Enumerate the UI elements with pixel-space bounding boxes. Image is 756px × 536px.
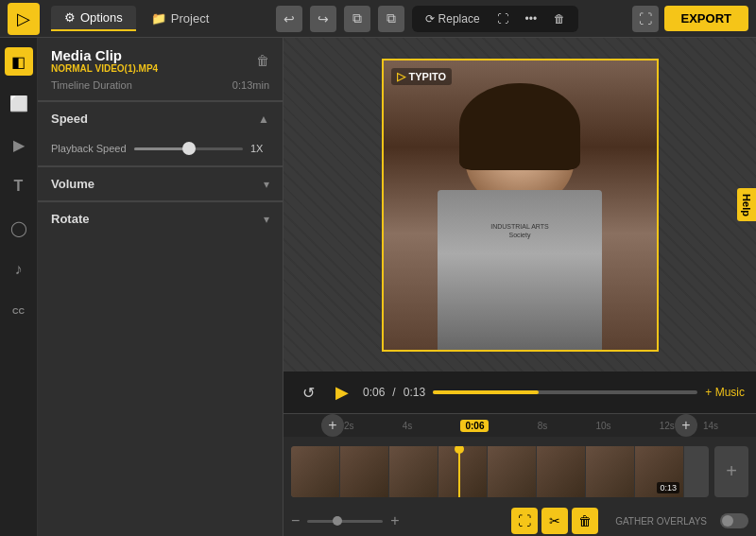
sidebar-item-media[interactable]: ⬜ <box>5 89 33 117</box>
paste-button[interactable]: ⧉ <box>378 6 404 32</box>
panel-subtitle: NORMAL VIDEO(1).MP4 <box>51 63 158 74</box>
panel-header: Media Clip NORMAL VIDEO(1).MP4 🗑 <box>38 38 283 79</box>
sidebar-item-shapes[interactable]: ◯ <box>5 214 33 242</box>
tab-options[interactable]: ⚙ Options <box>51 6 136 31</box>
zoom-slider-thumb <box>333 516 342 526</box>
copy-button[interactable]: ⧉ <box>344 6 370 32</box>
speed-slider-fill <box>134 147 189 150</box>
more-button[interactable]: ••• <box>520 9 543 28</box>
video-controls: ↺ ▶ 0:06 / 0:13 + Music <box>284 372 756 413</box>
export-button[interactable]: EXPORT <box>664 6 748 31</box>
timeline-actions: ⛶ ✂ 🗑 <box>511 508 598 534</box>
ruler-10s: 10s <box>595 421 610 431</box>
replace-label: Replace <box>438 12 480 26</box>
speed-slider-thumb[interactable] <box>182 142 196 155</box>
undo-button[interactable]: ↩ <box>276 6 302 32</box>
ruler-14s: 14s <box>703 421 718 431</box>
sidebar-item-layers[interactable]: ◧ <box>5 47 33 76</box>
clip-frame-inner-4 <box>438 446 487 497</box>
gather-toggle-thumb <box>722 515 733 527</box>
shirt-text: INDUSTRIAL ARTSSociety <box>455 222 586 239</box>
time-separator: / <box>392 386 395 399</box>
ruler-12s: 12s <box>660 421 675 431</box>
timeline-delete-button[interactable]: 🗑 <box>572 508 598 534</box>
project-tab-icon: 📁 <box>151 11 166 26</box>
clip-frame-inner-1 <box>291 446 339 497</box>
rotate-section-header[interactable]: Rotate ▾ <box>38 201 283 235</box>
more-icon: ••• <box>525 12 538 26</box>
timeline-clip[interactable]: 0:13 <box>291 446 684 497</box>
rotate-chevron-icon: ▾ <box>264 213 269 226</box>
timeline-duration-label: Timeline Duration <box>51 79 132 91</box>
playback-speed-row: Playback Speed 1X <box>51 143 269 154</box>
top-bar-right: ⛶ EXPORT <box>632 6 748 32</box>
ruler-2s: 2s <box>344 421 354 431</box>
options-tab-label: Options <box>80 10 123 25</box>
person-shirt: INDUSTRIAL ARTSSociety <box>438 190 601 349</box>
replace-icon: ⟳ <box>425 12 435 26</box>
delete-floating-button[interactable]: 🗑 <box>548 9 571 28</box>
video-watermark: ▷ TYPITO <box>391 68 453 85</box>
timeline-add-clip-button[interactable]: + <box>714 446 748 497</box>
play-button[interactable]: ▶ <box>329 379 355 406</box>
timeline-add-left-button[interactable]: + <box>321 414 344 437</box>
clip-frame-6 <box>537 446 586 497</box>
video-canvas: INDUSTRIAL ARTSSociety ▷ TYPITO Help <box>284 38 756 372</box>
video-frame: INDUSTRIAL ARTSSociety ▷ TYPITO <box>382 59 659 352</box>
gather-overlays-toggle[interactable] <box>720 513 748 528</box>
volume-chevron-icon: ▾ <box>264 178 269 191</box>
clip-frame-2 <box>340 446 389 497</box>
clip-frame-3 <box>389 446 438 497</box>
progress-bar[interactable] <box>433 390 697 394</box>
main-content: ◧ ⬜ ▶ T ◯ ♪ CC Media Clip NORMAL VIDEO(1… <box>0 38 756 536</box>
total-time: 0:13 <box>404 386 425 399</box>
timeline-duration-value: 0:13min <box>232 79 269 91</box>
timeline-split-button[interactable]: ✂ <box>541 508 568 534</box>
sidebar-item-captions[interactable]: CC <box>5 297 33 325</box>
timeline-track: 0:13 <box>291 446 709 497</box>
rotate-section-title: Rotate <box>51 212 89 226</box>
speed-section-header[interactable]: Speed ▲ <box>38 101 283 135</box>
speed-slider[interactable] <box>134 147 243 150</box>
timeline-track-area: 0:13 + <box>284 437 756 506</box>
progress-fill <box>433 390 539 394</box>
timeline-area: + 2s 4s 0:06 8s 10s 12s + 14s <box>284 413 756 536</box>
floating-toolbar: ⟳ Replace ⛶ ••• 🗑 <box>412 6 579 32</box>
project-tab-label: Project <box>171 11 209 26</box>
sidebar-item-text[interactable]: T <box>5 172 33 200</box>
volume-section-header[interactable]: Volume ▾ <box>38 166 283 200</box>
maximize-button[interactable]: ⛶ <box>632 6 659 32</box>
help-button[interactable]: Help <box>737 188 756 222</box>
sidebar-item-video[interactable]: ▶ <box>5 130 33 159</box>
redo-button[interactable]: ↪ <box>310 6 336 32</box>
timeline-playhead[interactable] <box>458 446 460 497</box>
timeline-crop-button[interactable]: ⛶ <box>511 508 538 534</box>
crop-button[interactable]: ⛶ <box>491 9 514 28</box>
watermark-text: TYPITO <box>409 71 447 82</box>
person-hair <box>459 83 579 170</box>
ruler-4s: 4s <box>403 421 413 431</box>
replace-button[interactable]: ⟳ Replace <box>420 9 486 28</box>
speed-value-display: 1X <box>250 143 269 154</box>
zoom-slider[interactable] <box>307 520 383 523</box>
restart-button[interactable]: ↺ <box>295 379 321 406</box>
zoom-in-button[interactable]: + <box>390 512 399 529</box>
clip-frame-inner-6 <box>537 446 585 497</box>
logo-icon[interactable]: ▷ <box>8 3 40 35</box>
timeline-add-right-ruler-button[interactable]: + <box>675 414 697 437</box>
current-time: 0:06 <box>363 386 385 399</box>
logo-area: ▷ ⚙ Options 📁 Project <box>8 3 222 35</box>
icon-sidebar: ◧ ⬜ ▶ T ◯ ♪ CC <box>0 38 38 536</box>
clip-frame-inner-3 <box>389 446 438 497</box>
ruler-current: 0:06 <box>460 420 489 432</box>
clip-frame-inner-2 <box>340 446 388 497</box>
sidebar-item-music[interactable]: ♪ <box>5 255 33 284</box>
top-bar: ▷ ⚙ Options 📁 Project ↩ ↪ ⧉ ⧉ ⟳ Replace … <box>0 0 756 38</box>
music-button[interactable]: + Music <box>705 386 745 399</box>
crop-icon: ⛶ <box>497 12 508 26</box>
timeline-ruler: + 2s 4s 0:06 8s 10s 12s + 14s <box>284 414 756 437</box>
clip-frame-last: 0:13 <box>635 446 684 497</box>
zoom-out-button[interactable]: − <box>291 512 300 529</box>
panel-delete-button[interactable]: 🗑 <box>256 53 269 68</box>
tab-project[interactable]: 📁 Project <box>138 7 222 30</box>
